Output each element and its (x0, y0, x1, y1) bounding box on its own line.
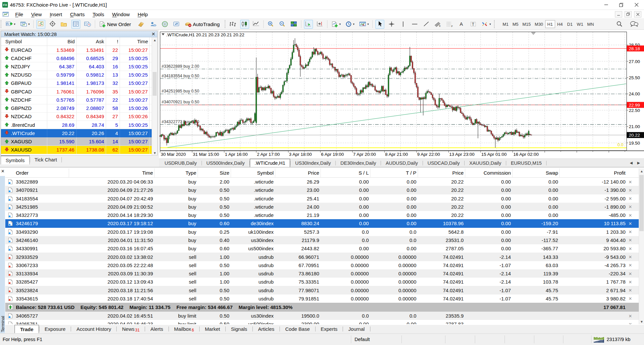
chart-tab-audusd-daily[interactable]: AUDUSD,Daily (381, 159, 423, 167)
fibonacci-button[interactable]: F (445, 20, 454, 29)
scroll-down-icon[interactable]: ▼ (152, 150, 158, 155)
column-header-swap[interactable]: Swap (512, 168, 558, 177)
menu-window[interactable]: Window (108, 11, 133, 18)
column-header-time[interactable]: Time (120, 37, 148, 46)
strategy-tester-button[interactable] (83, 20, 92, 29)
terminal-tab-alerts[interactable]: Alerts (145, 325, 168, 333)
menu-charts[interactable]: Charts (66, 11, 89, 18)
terminal-close-icon[interactable]: ✕ (0, 168, 5, 174)
chart-tab-us30index-daily[interactable]: US30Index,Daily (290, 159, 335, 167)
order-row[interactable]: 342519852020.04.09 21:00:52buy0.50.wticr… (5, 203, 639, 211)
order-row[interactable]: 329335292020.03.02 13:38:02sell1.00usdru… (5, 253, 639, 261)
market-watch-row[interactable]: .WTICrude20.2220.26415:00:27 (1, 129, 157, 137)
window-close-button[interactable] (629, 0, 644, 10)
scrollbar-thumb[interactable] (153, 72, 157, 96)
timeframe-h1[interactable]: H1 (545, 20, 555, 28)
column-header-tp[interactable]: T / P (370, 168, 416, 177)
market-watch-tab-tick-chart[interactable]: Tick Chart (30, 156, 62, 164)
terminal-toggle[interactable] (71, 20, 80, 29)
market-watch-row[interactable]: XAGUSD15.59015.6041415:00:27 (1, 137, 157, 146)
search-button[interactable] (615, 20, 624, 29)
market-watch-tab-symbols[interactable]: Symbols (1, 155, 30, 164)
vertical-line-button[interactable] (398, 20, 407, 29)
timeframe-h4[interactable]: H4 (555, 20, 565, 28)
terminal-tab-account-history[interactable]: Account History (71, 325, 116, 333)
column-header-commission[interactable]: Commission (465, 168, 511, 177)
order-row[interactable]: 341835542020.04.07 20:42:49buy0.50.wticr… (5, 194, 639, 203)
close-order-icon[interactable]: ✕ (628, 179, 632, 184)
menu-tools[interactable]: Tools (89, 11, 108, 18)
chart-tab-usdcad-daily[interactable]: USDCAD,Daily (423, 159, 465, 167)
close-order-icon[interactable]: ✕ (628, 238, 632, 243)
market-watch-row[interactable]: NZDJPY64.38764.4031615:00:25 (1, 62, 157, 71)
column-header-profit[interactable]: Profit (560, 168, 625, 177)
chart-tab-eurusd-m15[interactable]: EURUSD,M15 (506, 159, 546, 167)
column-header-ask[interactable]: Ask (76, 37, 104, 46)
market-watch-row[interactable]: .BrentCrud28.6928.74515:00:25 (1, 121, 157, 129)
text-button[interactable]: A (457, 20, 466, 29)
market-watch-row[interactable]: CADCHF0.684960.685252915:00:25 (1, 54, 157, 62)
close-order-icon[interactable]: ✕ (628, 263, 632, 268)
terminal-tab-signals[interactable]: Signals (226, 325, 252, 333)
timeframe-mn[interactable]: MN (585, 20, 596, 28)
profiles-button[interactable]: ▾ (19, 20, 31, 29)
column-header-type[interactable]: Type (155, 168, 196, 177)
column-header-price[interactable]: Price (275, 168, 319, 177)
order-row[interactable]: 335436152020.03.18 17:40:54sell0.50usdru… (5, 294, 639, 303)
chart-tab-xauusd-daily[interactable]: XAUUSD,Daily (465, 159, 506, 167)
chat-button[interactable] (629, 20, 639, 29)
column-header-price2[interactable]: Price (418, 168, 464, 177)
candlestick-button[interactable] (240, 20, 249, 29)
templates-button[interactable]: ▾ (358, 20, 370, 29)
close-order-icon[interactable]: ✕ (628, 313, 632, 318)
new-order-button[interactable]: New Order (98, 20, 134, 29)
column-header-sl[interactable]: S / L (321, 168, 369, 177)
window-restore-button[interactable] (614, 0, 629, 10)
market-watch-close-icon[interactable]: ✕ (151, 31, 155, 37)
line-chart-button[interactable] (252, 20, 261, 29)
order-row[interactable]: 334932902020.03.17 19:19:08buy0.25uk100i… (5, 228, 639, 236)
chart-close-button[interactable] (634, 11, 641, 17)
timeframe-m5[interactable]: M5 (511, 20, 520, 28)
pending-order-row[interactable]: 340657272020.04.02 16:45:51buy limit0.50… (5, 312, 639, 320)
order-row[interactable]: 335238242020.03.18 11:21:56sell0.50usdru… (5, 286, 639, 294)
trendline-button[interactable] (422, 20, 431, 29)
autotrading-button[interactable]: AutoTrading (184, 20, 223, 29)
terminal-tab-mailbox[interactable]: Mailbox6 (169, 325, 199, 333)
order-row[interactable]: 336228892020.03.20 04:06:33buy2.00.wticr… (5, 178, 639, 186)
timeframe-d1[interactable]: D1 (565, 20, 575, 28)
timeframe-w1[interactable]: W1 (575, 20, 586, 28)
chart-tab-usdrub-daily[interactable]: USDRUB,Daily (160, 159, 202, 167)
menu-insert[interactable]: Insert (46, 11, 66, 18)
column-header-size[interactable]: Size (198, 168, 229, 177)
bar-chart-button[interactable] (229, 20, 238, 29)
indicators-button[interactable]: ▾ (330, 20, 342, 29)
scrollbar-thumb[interactable] (639, 175, 644, 231)
chart-tab-de30index-daily[interactable]: DE30Index,Daily (336, 159, 381, 167)
market-watch-toggle[interactable] (36, 20, 45, 29)
close-order-icon[interactable]: ✕ (628, 322, 632, 324)
market-watch-row[interactable]: GBPAUD1.981411.981733215:00:27 (1, 79, 157, 87)
close-order-icon[interactable]: ✕ (628, 255, 632, 259)
market-watch-row[interactable]: NZDCHF0.577650.577872215:00:27 (1, 96, 157, 104)
signals-button[interactable] (161, 20, 170, 29)
terminal-tab-trade[interactable]: Trade (15, 325, 39, 333)
column-header-time[interactable]: Time (69, 168, 153, 177)
chart-tab--wticrude-h1[interactable]: .WTICrude,H1 (250, 159, 290, 167)
pending-order-row[interactable]: 340657512020.04.02 16:46:23buy limit0.50… (5, 320, 639, 324)
scroll-up-icon[interactable]: ▲ (152, 37, 158, 43)
column-header-order[interactable]: Order (16, 168, 65, 177)
chart-minimize-button[interactable] (615, 11, 622, 17)
order-row[interactable]: 343227732020.04.14 18:29:30buy0.50.wticr… (5, 211, 639, 219)
scroll-down-icon[interactable]: ▼ (639, 319, 644, 324)
terminal-tab-articles[interactable]: Articles (253, 325, 280, 333)
navigator-button[interactable] (59, 20, 69, 29)
close-order-icon[interactable]: ✕ (628, 271, 632, 276)
chart-restore-button[interactable] (625, 11, 632, 17)
cursor-button[interactable] (375, 20, 384, 29)
candlestick-chart[interactable]: 0.0#33622889 buy 2.00#34183554 buy 0.50#… (159, 30, 644, 158)
chart-window[interactable]: 0.0#33622889 buy 2.00#34183554 buy 0.50#… (159, 30, 644, 158)
market-watch-row[interactable]: GBPNZD2.087492.088075815:00:26 (1, 104, 157, 113)
periods-button[interactable]: ▾ (344, 20, 356, 29)
market-watch-scrollbar[interactable]: ▲ ▼ (152, 37, 157, 155)
